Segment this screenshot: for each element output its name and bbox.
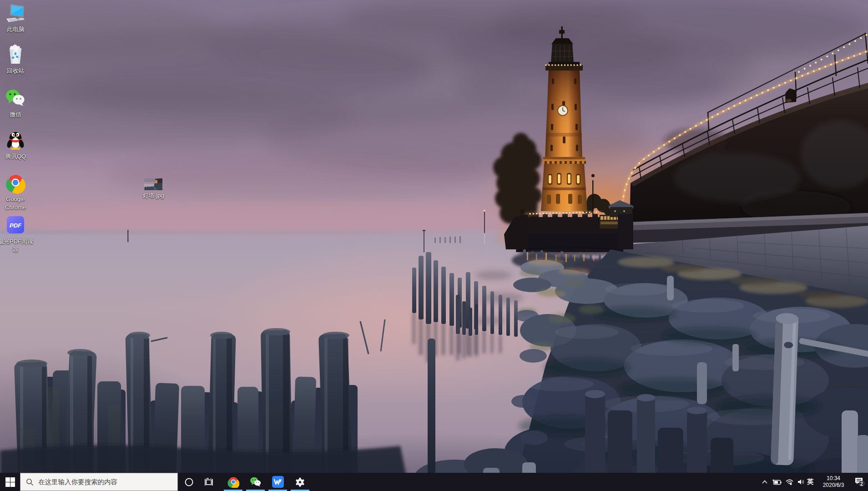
svg-text:2: 2 — [860, 481, 863, 486]
svg-text:PDF: PDF — [10, 222, 22, 229]
